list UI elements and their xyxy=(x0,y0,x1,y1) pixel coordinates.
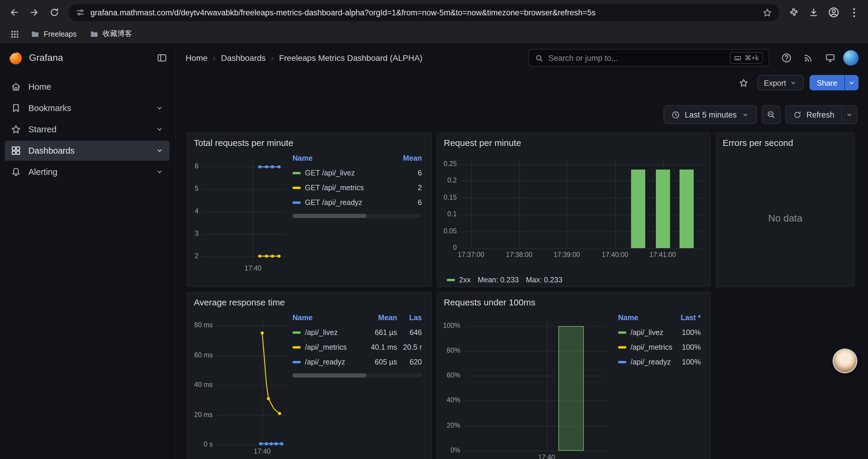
chevron-down-icon[interactable] xyxy=(155,168,164,176)
y-axis-tick: 60% xyxy=(441,371,460,379)
series-toggle[interactable]: /api/_readyz xyxy=(292,358,359,366)
sidebar-item-alerting[interactable]: Alerting xyxy=(5,162,169,182)
legend-col-mean[interactable]: Mean xyxy=(359,314,397,322)
series-toggle[interactable]: /api/_livez xyxy=(618,328,670,336)
series-mean: 2 xyxy=(386,184,422,192)
series-toggle[interactable]: GET /api/_livez xyxy=(292,169,386,177)
series-last: 100% xyxy=(670,358,701,366)
legend-row: /api/_livez 100% xyxy=(618,325,701,340)
legend-scrollbar[interactable] xyxy=(292,214,422,218)
help-button[interactable] xyxy=(778,49,795,67)
y-axis-tick: 0.15 xyxy=(441,193,457,201)
floating-assistant-avatar[interactable] xyxy=(834,350,856,372)
downloads-button[interactable] xyxy=(804,3,823,22)
bar xyxy=(679,170,693,248)
time-range-picker[interactable]: Last 5 minutes xyxy=(663,105,757,124)
series-swatch xyxy=(618,346,626,348)
chevron-down-icon[interactable] xyxy=(155,125,164,133)
extensions-button[interactable] xyxy=(784,3,803,22)
profile-button[interactable] xyxy=(824,3,843,22)
refresh-icon xyxy=(793,110,802,119)
panel-title[interactable]: Request per minute xyxy=(437,133,710,150)
site-settings-icon[interactable] xyxy=(75,8,85,17)
brand-name: Grafana xyxy=(29,53,151,63)
favorite-dashboard-button[interactable] xyxy=(736,75,751,90)
apps-shortcut-button[interactable] xyxy=(7,26,23,42)
panel-errors-per-second: Errors per second No data xyxy=(716,132,855,287)
sidebar-toggle-icon[interactable] xyxy=(157,53,167,63)
series-toggle[interactable]: /api/_readyz xyxy=(618,358,670,366)
legend-col-name[interactable]: Name xyxy=(618,314,670,322)
timeseries-chart[interactable]: 6543217:40 xyxy=(191,151,286,275)
legend-scrollbar-thumb[interactable] xyxy=(292,214,366,218)
timeseries-chart[interactable]: 80 ms60 ms40 ms20 ms0 s17:40 xyxy=(191,310,286,458)
bookmark-folder-blogs[interactable]: 收藏博客 xyxy=(85,27,137,41)
breadcrumb-current-page: Freeleaps Metrics Dashboard (ALPHA) xyxy=(279,53,423,63)
panel-title[interactable]: Average response time xyxy=(187,292,431,309)
refresh-button[interactable]: Refresh xyxy=(785,105,842,124)
legend-col-last[interactable]: Last * xyxy=(670,314,701,322)
url-text[interactable]: grafana.mathmast.com/d/deytv4rwavabkb/fr… xyxy=(90,8,757,17)
series-toggle[interactable]: 2xx xyxy=(447,276,471,284)
chevron-down-icon xyxy=(790,79,797,87)
panel-title[interactable]: Total requests per minute xyxy=(187,133,431,150)
bar-chart[interactable]: 100%80%60%40%20%0%17:40 xyxy=(441,310,612,459)
grafana-logo[interactable] xyxy=(8,51,23,65)
gridline xyxy=(471,160,471,248)
forward-button[interactable] xyxy=(25,3,44,22)
sidebar-item-bookmarks[interactable]: Bookmarks xyxy=(5,98,169,118)
refresh-interval-button[interactable] xyxy=(842,105,857,124)
bar xyxy=(656,170,670,248)
legend-row: GET /api/_metrics 2 xyxy=(292,180,422,195)
apps-grid-icon xyxy=(11,30,19,38)
sidebar-item-label: Starred xyxy=(28,125,148,134)
legend-scrollbar-thumb[interactable] xyxy=(292,373,366,378)
share-menu-button[interactable] xyxy=(844,75,859,90)
browser-menu-button[interactable] xyxy=(844,3,863,22)
bookmark-star-icon[interactable] xyxy=(762,7,772,18)
series-toggle[interactable]: /api/_metrics xyxy=(292,343,359,351)
series-swatch xyxy=(618,331,626,333)
share-button[interactable]: Share xyxy=(810,75,844,90)
chevron-down-icon[interactable] xyxy=(155,146,164,155)
reload-button[interactable] xyxy=(45,3,64,22)
series-name: /api/_livez xyxy=(630,328,663,336)
legend-table: Name Mean GET /api/_livez 6 GET /api/_me… xyxy=(286,151,427,284)
search-shortcut-chip: ⌘+k xyxy=(730,52,763,64)
panel-title[interactable]: Requests under 100ms xyxy=(437,292,710,309)
legend-col-last[interactable]: Las xyxy=(397,314,422,322)
sidebar-item-starred[interactable]: Starred xyxy=(5,119,169,139)
search-input[interactable]: Search or jump to... ⌘+k xyxy=(528,49,769,67)
series-swatch xyxy=(618,361,626,363)
news-button[interactable] xyxy=(800,49,817,67)
bookmark-folder-freeleaps[interactable]: Freeleaps xyxy=(26,28,81,40)
breadcrumb-dashboards[interactable]: Dashboards xyxy=(221,53,266,63)
series-toggle[interactable]: /api/_metrics xyxy=(618,343,670,351)
panel-title[interactable]: Errors per second xyxy=(716,133,855,150)
legend-col-mean[interactable]: Mean xyxy=(386,154,422,162)
folder-icon xyxy=(31,30,39,38)
address-bar[interactable]: grafana.mathmast.com/d/deytv4rwavabkb/fr… xyxy=(68,4,779,21)
bar-chart[interactable]: 0.250.20.150.10.05017:37:0017:38:0017:39… xyxy=(441,151,706,270)
search-shortcut-text: ⌘+k xyxy=(745,54,759,62)
gridline xyxy=(519,160,520,248)
chevron-down-icon[interactable] xyxy=(155,104,164,112)
back-button[interactable] xyxy=(5,3,24,22)
breadcrumb: Home › Dashboards › Freeleaps Metrics Da… xyxy=(186,53,423,63)
series-toggle[interactable]: GET /api/_readyz xyxy=(292,198,386,206)
user-avatar[interactable] xyxy=(843,50,859,66)
display-button[interactable] xyxy=(821,49,839,67)
series-toggle[interactable]: GET /api/_metrics xyxy=(292,184,386,192)
legend-col-name[interactable]: Name xyxy=(292,314,359,322)
series-swatch xyxy=(292,361,301,363)
bookmark-folder-label: 收藏博客 xyxy=(102,29,132,39)
sidebar-item-dashboards[interactable]: Dashboards xyxy=(5,140,169,161)
series-toggle[interactable]: /api/_livez xyxy=(292,328,359,336)
export-button[interactable]: Export xyxy=(757,75,804,90)
legend-col-name[interactable]: Name xyxy=(292,154,386,162)
breadcrumb-home[interactable]: Home xyxy=(186,53,208,63)
legend-scrollbar[interactable] xyxy=(292,373,422,378)
panel-total-requests: Total requests per minute 6543217:40 Nam… xyxy=(187,132,432,287)
zoom-out-time-button[interactable] xyxy=(761,105,780,124)
sidebar-item-home[interactable]: Home xyxy=(5,77,169,97)
